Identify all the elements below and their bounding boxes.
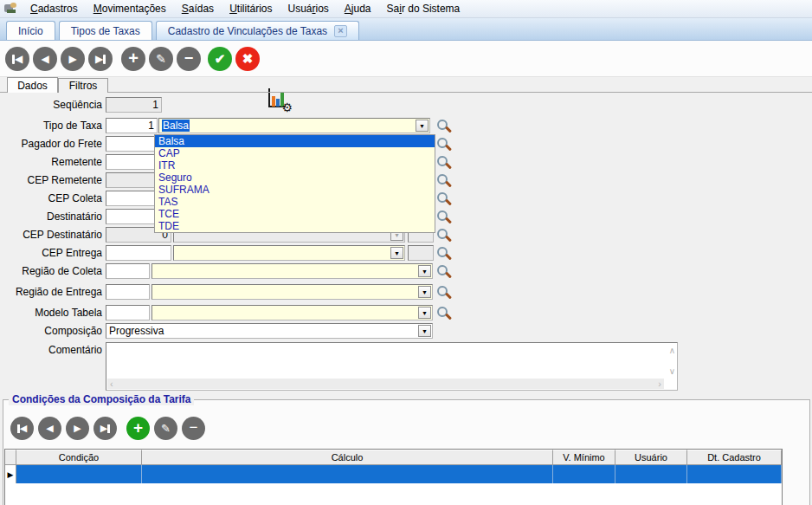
regiao-coleta-search-icon[interactable] [437,265,448,275]
tab-filtros-label: Filtros [69,80,98,92]
scroll-left-icon[interactable]: ‹ [110,379,113,389]
grid-header-usuario[interactable]: Usuário [615,450,687,465]
prior-icon: ◀ [41,54,48,64]
dropdown-option-itr[interactable]: ITR [155,159,435,172]
menu-usuarios[interactable]: Usuários [280,1,336,16]
menu-movimentacoes[interactable]: Movimentações [86,1,174,16]
label-destinatario: Destinatário [0,210,102,223]
dropdown-option-tas[interactable]: TAS [155,196,435,208]
cep-entrega-combo[interactable]: ▼ [173,245,405,261]
conditions-next-button[interactable]: ▶ [66,417,89,440]
dropdown-option-tde[interactable]: TDE [155,220,435,232]
menu-utilitarios[interactable]: Utilitários [222,1,280,16]
regiao-entrega-dropdown-arrow[interactable]: ▼ [418,286,431,298]
page-tabs-baseline [0,92,812,93]
dropdown-option-balsa[interactable]: Balsa [155,135,435,147]
tab-cadastro-vinculacoes[interactable]: Cadastro de Vinculações de Taxas × [156,21,359,40]
grid-header-calculo[interactable]: Cálculo [142,450,553,465]
sequencia-field: 1 [106,97,162,113]
cell-calculo[interactable] [142,465,553,483]
regiao-entrega-field[interactable] [106,284,150,300]
modelo-tabela-field[interactable] [106,305,150,320]
menu-ajuda[interactable]: Ajuda [337,1,379,16]
horizontal-scrollbar[interactable]: ‹ › [107,379,664,389]
prior-record-button[interactable]: ◀ [33,47,57,71]
tab-tipos-de-taxas[interactable]: Tipos de Taxas [59,21,152,40]
regiao-coleta-combo[interactable]: ▼ [151,263,433,279]
regiao-coleta-dropdown-arrow[interactable]: ▼ [418,265,431,277]
tipo-taxa-code-field[interactable]: 1 [106,118,158,133]
label-cep-remetente: CEP Remetente [0,174,102,186]
label-comentario: Comentário [0,344,102,356]
tab-inicio[interactable]: Início [6,21,55,40]
modelo-tabela-dropdown-arrow[interactable]: ▼ [418,307,431,319]
cep-entrega-dropdown-arrow[interactable]: ▼ [390,247,403,259]
last-record-button[interactable]: ▶ [88,47,113,71]
comentario-textarea[interactable]: ∧ ∨ ‹ › [106,342,678,391]
grid-header-v-minimo[interactable]: V. Mínimo [553,450,615,465]
conditions-edit-button[interactable]: ✎ [154,417,177,440]
cancel-button[interactable]: ✖ [235,47,260,71]
chart-settings-button[interactable]: ⚙ [267,87,291,111]
delete-record-button[interactable]: − [177,47,201,71]
destinatario-search-icon[interactable] [437,210,448,221]
regiao-entrega-combo[interactable]: ▼ [151,284,433,300]
cep-coleta-search-icon[interactable] [437,192,448,203]
dropdown-option-seguro[interactable]: Seguro [155,172,435,184]
next-record-button[interactable]: ▶ [61,47,85,71]
tipo-taxa-dropdown-arrow[interactable]: ▼ [416,120,429,132]
dropdown-option-suframa[interactable]: SUFRAMA [155,184,435,196]
conditions-first-button[interactable]: ◀ [10,417,34,440]
label-cep-coleta: CEP Coleta [0,192,102,204]
conditions-last-button[interactable]: ▶ [93,417,117,440]
label-remetente: Remetente [0,156,102,168]
pencil-icon: ✎ [156,52,166,66]
cell-condicao[interactable] [16,465,142,483]
conditions-prior-button[interactable]: ◀ [38,417,61,440]
cep-destinatario-search-icon[interactable] [437,229,448,239]
remetente-search-icon[interactable] [437,156,448,166]
scroll-right-icon[interactable]: › [658,379,661,389]
close-tab-icon[interactable]: × [334,25,347,37]
composicao-dropdown-arrow[interactable]: ▼ [418,325,431,337]
confirm-button[interactable]: ✔ [208,47,232,71]
grid-header-dt-cadastro[interactable]: Dt. Cadastro [687,450,782,465]
insert-record-button[interactable]: + [121,47,145,71]
cell-v-minimo[interactable] [553,465,615,483]
menu-sair[interactable]: Sair do Sistema [379,1,468,16]
conditions-grid: Condição Cálculo V. Mínimo Usuário Dt. C… [4,449,783,505]
label-modelo-tabela: Modelo Tabela [0,307,102,319]
menu-cadastros[interactable]: Cadastros [23,1,86,16]
tipo-taxa-combo[interactable]: Balsa ▼ [158,118,430,133]
cep-entrega-search-icon[interactable] [437,247,448,257]
dropdown-option-cap[interactable]: CAP [155,147,435,159]
last-icon [103,55,106,64]
cell-dt-cadastro[interactable] [687,465,782,483]
tipo-taxa-combo-value: Balsa [162,120,190,132]
conditions-delete-button[interactable]: − [182,417,205,440]
modelo-tabela-combo[interactable]: ▼ [151,305,433,320]
plus-icon: + [133,418,143,437]
tipo-taxa-search-icon[interactable] [437,120,448,130]
label-tipo-taxa: Tipo de Taxa [0,120,102,132]
grid-selected-row[interactable]: ▶ [5,465,782,483]
first-record-button[interactable]: ◀ [5,47,29,71]
regiao-coleta-field[interactable] [106,263,150,279]
dropdown-option-tce[interactable]: TCE [155,208,435,220]
cep-remetente-search-icon[interactable] [437,174,448,185]
scroll-up-icon[interactable]: ∧ [669,346,675,355]
cell-usuario[interactable] [615,465,687,483]
edit-record-button[interactable]: ✎ [149,47,173,71]
tab-filtros[interactable]: Filtros [58,78,108,93]
regiao-entrega-search-icon[interactable] [437,286,448,296]
cep-entrega-extra-field [408,245,434,261]
pagador-frete-search-icon[interactable] [437,138,448,148]
composicao-combo[interactable]: Progressiva ▼ [106,323,433,339]
modelo-tabela-search-icon[interactable] [437,307,448,317]
cep-entrega-field[interactable] [106,245,171,261]
conditions-insert-button[interactable]: + [126,417,150,440]
tab-dados[interactable]: Dados [7,77,58,93]
scroll-down-icon[interactable]: ∨ [669,367,675,376]
grid-header-condicao[interactable]: Condição [16,450,142,465]
menu-saidas[interactable]: Saídas [174,1,222,16]
